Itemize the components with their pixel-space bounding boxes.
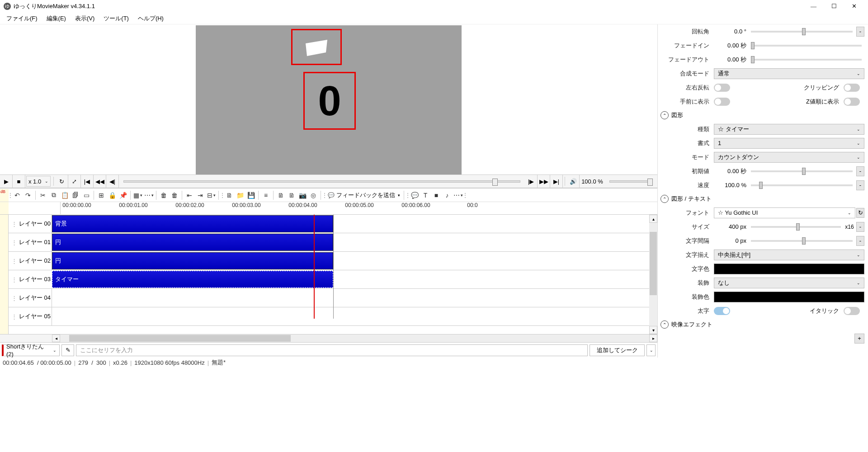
redo-button[interactable]: ↷: [23, 189, 33, 201]
size-reset[interactable]: -: [856, 222, 864, 232]
timeline-clip[interactable]: 円: [52, 252, 333, 269]
timeline-clip[interactable]: タイマー: [52, 271, 333, 288]
goto-end-button[interactable]: ▶|: [550, 175, 563, 188]
speed-select[interactable]: x 1.0⌄: [26, 176, 51, 187]
timeline-layer[interactable]: ⋮レイヤー 00背景: [9, 215, 649, 233]
next-frame-button[interactable]: |▶: [525, 175, 538, 188]
copy-button[interactable]: ⧉: [48, 189, 59, 201]
timeline-ruler[interactable]: 00:00:00.0000:00:01.0000:00:02.0000:00:0…: [0, 202, 657, 215]
layer-body[interactable]: [52, 307, 649, 325]
volume-icon[interactable]: 🔊: [567, 175, 580, 188]
pin-button[interactable]: 📌: [118, 189, 128, 201]
layer-body[interactable]: [52, 289, 649, 307]
timeline-layer[interactable]: ⋮レイヤー 03タイマー: [9, 270, 649, 289]
seek-slider[interactable]: [123, 180, 520, 183]
zorder-toggle[interactable]: [844, 98, 860, 106]
volume-slider[interactable]: [609, 180, 653, 183]
folder-button[interactable]: 📁: [235, 189, 245, 201]
minimize-button[interactable]: —: [803, 0, 824, 13]
fadein-slider[interactable]: [751, 45, 862, 47]
format-select[interactable]: 1⌄: [714, 138, 864, 149]
preview-shape-selection[interactable]: [291, 29, 342, 65]
rotation-reset[interactable]: -: [856, 27, 864, 37]
voice-select[interactable]: Shortきりたん (2)⌄: [2, 344, 60, 356]
timeline-clip[interactable]: 円: [52, 234, 333, 251]
section-shape[interactable]: ⌃図形: [658, 108, 868, 122]
serif-input[interactable]: ここにセリフを入力: [76, 344, 588, 356]
timeline-layer[interactable]: ⋮レイヤー 04: [9, 289, 649, 307]
menu-view[interactable]: 表示(V): [71, 14, 99, 24]
timeline-clip[interactable]: 背景: [52, 215, 333, 232]
rotation-slider[interactable]: [751, 31, 853, 33]
trim-left-button[interactable]: ⇤: [184, 189, 195, 201]
close-button[interactable]: ✕: [844, 0, 864, 13]
layer-name[interactable]: ⋮レイヤー 05: [9, 307, 52, 325]
chat-icon[interactable]: 💬: [409, 189, 420, 201]
delete2-button[interactable]: 🗑: [169, 189, 180, 201]
doc1-button[interactable]: 🗎: [275, 189, 286, 201]
doc2-button[interactable]: 🗎: [286, 189, 297, 201]
layer-body[interactable]: 背景: [52, 215, 649, 233]
layer-name[interactable]: ⋮レイヤー 01: [9, 233, 52, 251]
add-seek-button[interactable]: 追加してシーク: [590, 344, 645, 356]
type-select[interactable]: ☆ タイマー⌄: [714, 124, 864, 135]
maximize-button[interactable]: ☐: [824, 0, 844, 13]
menu-edit[interactable]: 編集(E): [42, 14, 71, 24]
front-toggle[interactable]: [714, 98, 730, 106]
text-icon[interactable]: T: [420, 189, 431, 201]
size-value[interactable]: 400 px: [714, 223, 748, 230]
timeline-vscroll[interactable]: ▴▾: [649, 215, 657, 334]
preview-canvas[interactable]: 0: [196, 25, 462, 174]
fadein-value[interactable]: 0.00 秒: [714, 42, 748, 50]
initial-slider[interactable]: [751, 170, 853, 172]
blend-select[interactable]: 通常⌄: [714, 68, 864, 79]
preview-timer-selection[interactable]: 0: [303, 72, 356, 130]
group-button[interactable]: ⊞: [96, 189, 107, 201]
add-effect-button[interactable]: +: [854, 334, 864, 344]
stop-button[interactable]: ■: [13, 175, 25, 188]
menu-tool[interactable]: ツール(T): [99, 14, 133, 24]
dots-button[interactable]: ⋯▾: [143, 189, 154, 201]
speed2-slider[interactable]: [751, 184, 853, 186]
spacing-reset[interactable]: -: [856, 236, 864, 246]
rotation-value[interactable]: 0.0 °: [714, 28, 748, 35]
layer-name[interactable]: ⋮レイヤー 04: [9, 289, 52, 307]
voice-settings-button[interactable]: ✎: [61, 344, 74, 356]
color-picker[interactable]: [714, 264, 864, 274]
spacing-value[interactable]: 0 px: [714, 237, 748, 244]
select-button[interactable]: ▭: [81, 189, 92, 201]
goto-start-button[interactable]: |◀: [81, 175, 94, 188]
camera-button[interactable]: 📷: [297, 189, 308, 201]
next-frame-fast-button[interactable]: ▶▶: [538, 175, 550, 188]
prev-frame-fast-button[interactable]: ◀◀: [94, 175, 106, 188]
add-seek-dropdown[interactable]: ⌄: [646, 344, 656, 356]
menu-help[interactable]: ヘルプ(H): [133, 14, 168, 24]
bold-toggle[interactable]: [714, 307, 730, 315]
spacing-slider[interactable]: [751, 240, 853, 242]
layer-name[interactable]: ⋮レイヤー 00: [9, 215, 52, 233]
fadeout-slider[interactable]: [751, 59, 862, 61]
font-refresh[interactable]: ↻: [856, 208, 864, 218]
video-icon[interactable]: ■: [431, 189, 442, 201]
target-button[interactable]: ◎: [308, 189, 319, 201]
clipboard2-button[interactable]: 🗐: [70, 189, 81, 201]
playhead[interactable]: [314, 215, 315, 319]
layer-name[interactable]: ⋮レイヤー 02: [9, 252, 52, 270]
speed2-reset[interactable]: -: [856, 180, 864, 190]
speed2-value[interactable]: 100.0 %: [714, 182, 748, 188]
paste-button[interactable]: 📋: [59, 189, 70, 201]
cut-button[interactable]: ✂: [38, 189, 48, 201]
font-select[interactable]: ☆ Yu Gothic UI⌄: [714, 207, 855, 218]
timeline-layer[interactable]: ⋮レイヤー 05: [9, 307, 649, 326]
layer-name[interactable]: ⋮レイヤー 03: [9, 270, 52, 288]
deco-select[interactable]: なし⌄: [714, 278, 864, 288]
layer-body[interactable]: 円: [52, 233, 649, 251]
section-text[interactable]: ⌃図形 / テキスト: [658, 192, 868, 206]
decocolor-picker[interactable]: [714, 292, 864, 302]
prev-frame-button[interactable]: ◀|: [106, 175, 119, 188]
feedback-button[interactable]: 💬 フィードバックを送信▾: [326, 191, 402, 199]
layer-body[interactable]: 円: [52, 252, 649, 270]
initial-reset[interactable]: -: [856, 166, 864, 176]
file-button[interactable]: 🗎: [224, 189, 235, 201]
grid-button[interactable]: ▦▾: [132, 189, 143, 201]
